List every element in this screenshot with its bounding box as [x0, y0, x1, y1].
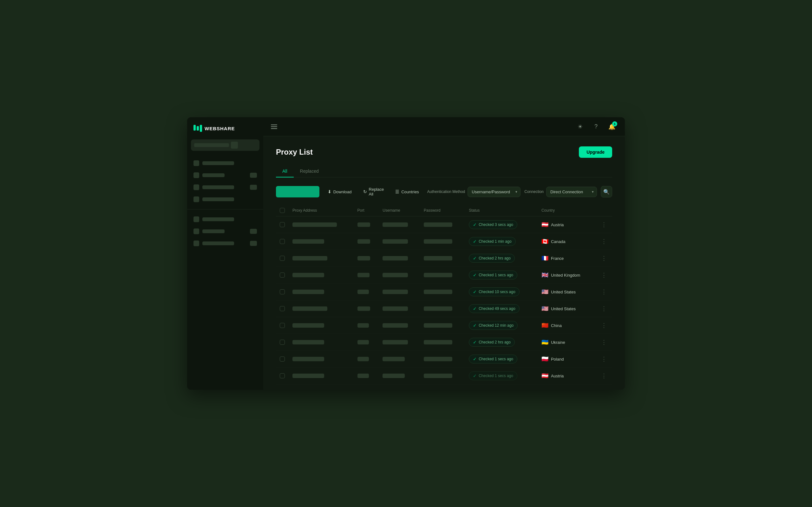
- country-flag-9: 🇵🇱: [542, 355, 548, 362]
- sidebar-item-6[interactable]: [187, 225, 263, 237]
- status-badge-2: ✓ Checked 1 min ago: [469, 237, 515, 246]
- row-menu-button-5[interactable]: ⋮: [600, 288, 608, 295]
- connection-wrapper: Direct Connection: [546, 187, 597, 197]
- row-port-4: [354, 267, 379, 284]
- table-row: ✓ Checked 1 min ago 🇨🇦 Canada ⋮: [276, 233, 612, 250]
- col-header-password: Password: [420, 205, 465, 216]
- row-menu-button-6[interactable]: ⋮: [600, 305, 608, 312]
- sidebar-badge-6: [250, 229, 257, 234]
- auth-method-select[interactable]: Username/Password: [467, 187, 520, 197]
- port-placeholder-4: [357, 273, 369, 277]
- row-address-2: [289, 233, 354, 250]
- hamburger-menu-icon[interactable]: [271, 124, 277, 129]
- row-checkbox-cell-2: [276, 233, 289, 250]
- app-window: WEBSHARE: [187, 117, 625, 390]
- status-text-6: Checked 49 secs ago: [478, 306, 515, 311]
- select-all-checkbox[interactable]: [280, 208, 285, 213]
- sidebar-item-3[interactable]: [187, 181, 263, 193]
- status-text-4: Checked 1 secs ago: [478, 273, 513, 277]
- country-flag-5: 🇺🇸: [542, 288, 548, 295]
- row-checkbox-1[interactable]: [280, 222, 285, 227]
- toolbar-search-bar[interactable]: [276, 186, 319, 198]
- status-badge-1: ✓ Checked 3 secs ago: [469, 220, 517, 229]
- row-menu-button-2[interactable]: ⋮: [600, 238, 608, 245]
- row-checkbox-10[interactable]: [280, 373, 285, 378]
- table-row: ✓ Checked 2 hrs ago 🇫🇷 France ⋮: [276, 250, 612, 267]
- row-checkbox-8[interactable]: [280, 340, 285, 345]
- tab-all[interactable]: All: [276, 165, 294, 177]
- sidebar-item-5[interactable]: [187, 213, 263, 225]
- sidebar-icon-1: [194, 160, 199, 166]
- sidebar-item-7[interactable]: [187, 237, 263, 249]
- row-port-7: [354, 317, 379, 334]
- download-button[interactable]: ⬇ Download: [324, 187, 355, 196]
- connection-select[interactable]: Direct Connection: [546, 187, 597, 197]
- col-header-port: Port: [354, 205, 379, 216]
- row-menu-button-4[interactable]: ⋮: [600, 272, 608, 279]
- row-checkbox-5[interactable]: [280, 289, 285, 294]
- row-checkbox-4[interactable]: [280, 273, 285, 278]
- address-placeholder-7: [293, 323, 324, 328]
- row-menu-button-10[interactable]: ⋮: [600, 372, 608, 379]
- sidebar-item-4[interactable]: [187, 193, 263, 205]
- row-checkbox-3[interactable]: [280, 256, 285, 261]
- theme-toggle-button[interactable]: ☀: [575, 121, 586, 132]
- row-menu-button-8[interactable]: ⋮: [600, 339, 608, 346]
- help-button[interactable]: ?: [591, 121, 601, 132]
- status-text-10: Checked 1 secs ago: [478, 374, 513, 378]
- tab-replaced[interactable]: Replaced: [294, 165, 325, 177]
- row-country-9: 🇵🇱 Poland: [538, 351, 596, 368]
- sidebar-label-1: [202, 161, 234, 165]
- row-checkbox-cell-6: [276, 300, 289, 317]
- address-placeholder-10: [293, 374, 324, 378]
- sidebar-label-7: [202, 241, 234, 245]
- sidebar-item-1[interactable]: [187, 157, 263, 169]
- logo-bar-2: [197, 126, 199, 130]
- sidebar-search-button[interactable]: [231, 142, 238, 149]
- row-port-9: [354, 351, 379, 368]
- row-checkbox-2[interactable]: [280, 239, 285, 244]
- row-actions-3: ⋮: [596, 250, 612, 267]
- row-checkbox-9[interactable]: [280, 356, 285, 361]
- password-placeholder-7: [424, 323, 452, 328]
- countries-button[interactable]: ☰ Countries: [392, 187, 422, 196]
- row-menu-button-1[interactable]: ⋮: [600, 221, 608, 228]
- row-checkbox-cell-10: [276, 368, 289, 384]
- replace-all-button[interactable]: ↻ Replace All: [360, 185, 387, 199]
- sidebar-icon-7: [194, 240, 199, 246]
- sidebar-search-box[interactable]: [191, 139, 259, 151]
- country-name-5: United States: [551, 290, 576, 294]
- username-placeholder-3: [383, 256, 408, 261]
- row-actions-7: ⋮: [596, 317, 612, 334]
- row-actions-5: ⋮: [596, 284, 612, 300]
- sidebar-nav-secondary: [187, 212, 263, 250]
- search-button[interactable]: 🔍: [601, 186, 612, 198]
- port-placeholder-9: [357, 357, 369, 361]
- status-badge-4: ✓ Checked 1 secs ago: [469, 271, 517, 279]
- sidebar-label-2: [202, 173, 224, 177]
- status-check-icon-8: ✓: [473, 340, 477, 345]
- password-placeholder-8: [424, 340, 452, 344]
- notifications-button[interactable]: 🔔 1: [606, 121, 617, 132]
- status-check-icon-6: ✓: [473, 306, 477, 311]
- sidebar-item-2[interactable]: [187, 169, 263, 181]
- sidebar-divider: [187, 209, 263, 210]
- row-status-3: ✓ Checked 2 hrs ago: [465, 250, 538, 267]
- country-cell-9: 🇵🇱 Poland: [542, 355, 592, 362]
- row-menu-button-7[interactable]: ⋮: [600, 322, 608, 329]
- row-menu-button-9[interactable]: ⋮: [600, 355, 608, 362]
- row-checkbox-6[interactable]: [280, 306, 285, 311]
- upgrade-button[interactable]: Upgrade: [579, 147, 612, 158]
- row-password-7: [420, 317, 465, 334]
- row-checkbox-7[interactable]: [280, 323, 285, 328]
- country-flag-10: 🇦🇹: [542, 372, 548, 379]
- row-username-1: [379, 216, 420, 233]
- status-badge-5: ✓ Checked 10 secs ago: [469, 287, 519, 296]
- country-cell-8: 🇺🇦 Ukraine: [542, 339, 592, 346]
- sidebar-icon-6: [194, 228, 199, 234]
- sidebar-nav-primary: [187, 156, 263, 207]
- row-menu-button-3[interactable]: ⋮: [600, 255, 608, 262]
- username-placeholder-6: [383, 306, 408, 311]
- password-placeholder-5: [424, 290, 452, 294]
- row-status-2: ✓ Checked 1 min ago: [465, 233, 538, 250]
